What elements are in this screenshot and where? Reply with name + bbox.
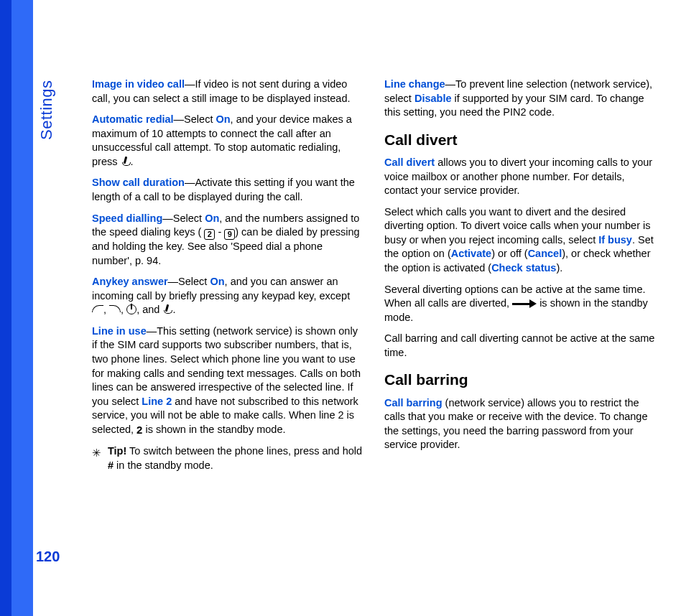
left-column: Image in video call—If video is not sent… [92, 78, 364, 480]
text: , [121, 304, 126, 315]
page-number: 120 [36, 547, 68, 566]
text: —Select [168, 276, 210, 287]
text: To switch between the phone lines, press… [126, 445, 362, 457]
term-image-in-video-call: Image in video call [92, 78, 185, 90]
divert-indicator-icon [512, 299, 537, 307]
section-label: Settings [36, 80, 57, 141]
text: —Select [162, 213, 205, 224]
end-key-icon [121, 157, 131, 167]
opt-cancel: Cancel [528, 248, 562, 259]
text: , [103, 304, 109, 315]
text: . [172, 304, 175, 315]
term-line-in-use: Line in use [92, 325, 147, 337]
para-divert-indicator: Several diverting options can be active … [384, 283, 657, 325]
para-call-barring: Call barring (network service) allows yo… [384, 396, 657, 452]
opt-disable: Disable [414, 93, 452, 104]
para-automatic-redial: Automatic redial—Select On, and your dev… [92, 113, 364, 169]
content: Image in video call—If video is not sent… [92, 78, 657, 480]
text: —This setting (network service) is shown… [92, 325, 361, 407]
opt-activate: Activate [451, 248, 491, 259]
text: . [131, 156, 134, 167]
left-softkey-icon [92, 305, 103, 312]
right-column: Line change—To prevent line selection (n… [384, 78, 657, 480]
opt-on: On [216, 113, 230, 125]
text: —Select [174, 113, 216, 125]
tip-icon: ✳ [92, 446, 101, 460]
term-call-barring: Call barring [384, 397, 443, 409]
text: is shown in the standby mode. [142, 424, 285, 435]
term-show-call-duration: Show call duration [92, 177, 185, 188]
key-2-icon: 2 [204, 229, 215, 240]
right-softkey-icon [109, 305, 121, 312]
text: in the standby mode. [114, 459, 213, 471]
term-anykey-answer: Anykey answer [92, 276, 168, 287]
opt-line-2: Line 2 [142, 396, 172, 407]
heading-call-divert: Call divert [384, 130, 657, 150]
tip-block: ✳ Tip! To switch between the phone lines… [92, 444, 364, 472]
key-9-icon: 9 [224, 229, 235, 240]
para-image-in-video-call: Image in video call—If video is not sent… [92, 78, 364, 106]
term-speed-dialling: Speed dialling [92, 213, 162, 224]
left-margin-bar-inner [11, 0, 33, 616]
hash-key-icon: # [108, 459, 114, 471]
para-call-divert-options: Select which calls you want to divert an… [384, 205, 657, 276]
para-line-in-use: Line in use—This setting (network servic… [92, 325, 364, 437]
para-call-divert-intro: Call divert allows you to divert your in… [384, 156, 657, 198]
para-barring-divert-note: Call barring and call diverting cannot b… [384, 332, 657, 360]
heading-call-barring: Call barring [384, 370, 657, 390]
text: ) or off ( [491, 248, 528, 259]
opt-on: On [205, 213, 219, 224]
para-show-call-duration: Show call duration—Activate this setting… [92, 176, 364, 204]
page: Settings 120 Image in video call—If vide… [0, 0, 681, 616]
term-call-divert: Call divert [384, 157, 435, 168]
term-automatic-redial: Automatic redial [92, 113, 174, 125]
term-line-change: Line change [384, 78, 445, 90]
para-speed-dialling: Speed dialling—Select On, and the number… [92, 212, 364, 269]
end-key-icon [162, 304, 172, 314]
para-line-change: Line change—To prevent line selection (n… [384, 78, 657, 120]
opt-on: On [210, 276, 224, 287]
text: , and [136, 304, 162, 315]
opt-if-busy: If busy [598, 234, 632, 246]
power-key-icon [126, 304, 136, 314]
left-margin-bar [0, 0, 33, 616]
text: ). [556, 262, 562, 274]
tip-label: Tip! [108, 445, 126, 457]
text: - [215, 226, 224, 238]
para-anykey-answer: Anykey answer—Select On, and you can ans… [92, 275, 364, 317]
opt-check-status: Check status [491, 262, 556, 274]
